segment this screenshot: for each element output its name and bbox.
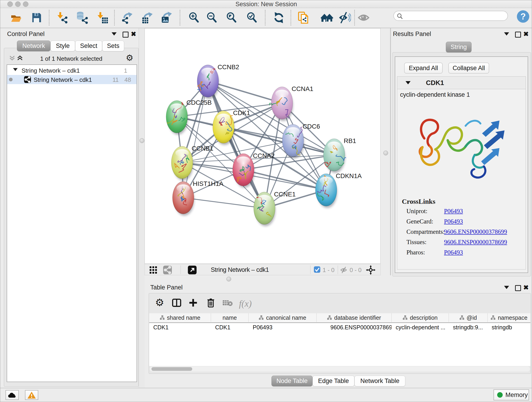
network-node-CCNB1[interactable]: CCNB1	[171, 145, 214, 181]
network-node-CCNE1[interactable]: CCNE1	[254, 191, 296, 226]
import-network-from-file-icon[interactable]	[56, 11, 69, 24]
crosslink-compartments-link[interactable]: 9606.ENSP00000378699	[444, 228, 507, 235]
tab-style[interactable]: Style	[51, 41, 75, 51]
network-edge-CCNB2-CCNA1[interactable]	[208, 81, 282, 103]
network-edge-CCNA2-CDKN1A[interactable]	[243, 170, 326, 190]
cell-name[interactable]: CDK1	[211, 323, 249, 332]
show-columns-icon[interactable]	[172, 298, 182, 308]
tree-row-collection[interactable]: String Network – cdk1 1	[7, 66, 137, 75]
hide-graphics-details-icon[interactable]	[338, 11, 351, 24]
create-column-icon[interactable]	[188, 298, 198, 308]
left-splitter[interactable]	[139, 28, 145, 388]
network-edge-HIST1H1A-CCNE1[interactable]	[183, 198, 264, 208]
crosslink-genecard-link[interactable]: P06493	[444, 218, 463, 225]
show-home-icon[interactable]	[321, 11, 333, 24]
export-table-icon[interactable]	[141, 11, 154, 24]
network-edge-CCNB2-CCNE1[interactable]	[208, 81, 264, 208]
table-panel-float-icon[interactable]	[515, 285, 521, 291]
cell-id[interactable]: stringdb:9...	[449, 323, 488, 332]
crosslink-pharos-link[interactable]: P06493	[444, 249, 463, 256]
detach-view-icon[interactable]	[188, 266, 196, 274]
network-canvas[interactable]: CCNB2CCNA1CDC25BCDK1CDC6RB1CCNB1CCNA2CDK…	[145, 28, 380, 264]
search-input[interactable]	[405, 12, 505, 19]
column-header[interactable]: @id	[449, 313, 488, 322]
help-icon[interactable]: ?	[517, 10, 529, 23]
tab-string[interactable]: String	[446, 42, 472, 52]
tab-network[interactable]: Network	[17, 41, 51, 51]
cell-database-identifier[interactable]: 9606.ENSP00000378699	[317, 323, 392, 332]
table-panel-close-icon[interactable]: ✖	[523, 285, 529, 290]
import-table-from-file-icon[interactable]	[96, 11, 109, 24]
tab-node-table[interactable]: Node Table	[272, 376, 312, 386]
horizontal-splitter-handle[interactable]	[226, 277, 231, 281]
control-panel-menu-icon[interactable]	[112, 32, 117, 36]
column-header[interactable]: canonical name	[249, 313, 317, 322]
export-image-icon[interactable]	[160, 11, 173, 24]
tab-network-table[interactable]: Network Table	[355, 376, 405, 386]
column-header[interactable]: shared name	[149, 313, 211, 322]
column-header[interactable]: namespace	[488, 313, 530, 322]
save-session-icon[interactable]	[30, 11, 43, 24]
delete-table-icon[interactable]	[222, 299, 233, 307]
network-node-CCNB2[interactable]: CCNB2	[197, 64, 239, 99]
birds-eye-view-icon[interactable]	[366, 265, 375, 275]
collapse-all-tree-icon[interactable]	[9, 55, 15, 61]
network-options-gear-icon[interactable]: ⚙	[126, 54, 133, 62]
cell-canonical-name[interactable]: P06493	[249, 323, 317, 332]
table-panel-menu-icon[interactable]	[504, 286, 509, 289]
zoom-selected-icon[interactable]	[245, 11, 258, 24]
control-panel-float-icon[interactable]	[123, 32, 128, 38]
selected-items-checkbox-icon[interactable]	[314, 266, 320, 273]
network-node-CDKN1A[interactable]: CDKN1A	[316, 172, 362, 208]
tree-expander-icon[interactable]	[13, 68, 18, 71]
cloud-services-button[interactable]	[6, 390, 19, 400]
show-graphics-details-icon[interactable]	[357, 11, 370, 24]
column-header[interactable]: description	[392, 313, 449, 322]
left-splitter-handle[interactable]	[139, 138, 144, 143]
refresh-view-icon[interactable]	[272, 11, 285, 24]
right-splitter-handle[interactable]	[383, 151, 388, 155]
crosslink-tissues-link[interactable]: 9606.ENSP00000378699	[444, 239, 507, 246]
table-row[interactable]: CDK1 CDK1 P06493 9606.ENSP00000378699 cy…	[149, 323, 530, 332]
tab-sets[interactable]: Sets	[102, 41, 124, 51]
function-builder-icon[interactable]: f(x)	[239, 298, 252, 309]
gene-card-header[interactable]: CDK1	[397, 77, 526, 89]
table-options-gear-icon[interactable]: ⚙	[155, 298, 164, 307]
crosslink-uniprot-link[interactable]: P06493	[444, 208, 463, 215]
table-horizontal-scrollbar[interactable]	[150, 366, 530, 371]
zoom-out-icon[interactable]	[205, 11, 218, 24]
results-panel-menu-icon[interactable]	[504, 32, 509, 36]
column-header[interactable]: name	[211, 313, 249, 322]
network-node-RB1[interactable]: RB1	[323, 137, 356, 173]
delete-column-icon[interactable]	[206, 298, 215, 308]
memory-button[interactable]: Memory	[494, 389, 529, 400]
cell-shared-name[interactable]: CDK1	[149, 323, 211, 332]
network-node-HIST1H1A[interactable]: HIST1H1A	[172, 180, 224, 216]
zoom-fit-content-icon[interactable]	[225, 11, 238, 24]
cell-namespace[interactable]: stringdb	[488, 323, 530, 332]
import-network-from-database-icon[interactable]	[76, 11, 89, 24]
open-file-icon[interactable]	[9, 11, 22, 24]
export-network-icon[interactable]	[121, 11, 134, 24]
clone-network-icon[interactable]	[297, 11, 310, 24]
warnings-button[interactable]	[25, 390, 38, 400]
zoom-in-icon[interactable]	[187, 11, 200, 24]
hidden-items-icon[interactable]	[340, 266, 348, 274]
column-header[interactable]: database identifier	[317, 313, 392, 322]
collapse-all-button[interactable]: Collapse All	[448, 63, 489, 74]
results-panel-close-icon[interactable]: ✖	[523, 32, 529, 37]
control-panel-close-icon[interactable]: ✖	[131, 32, 136, 37]
tree-row-network[interactable]: String Network – cdk1 11 48	[7, 75, 137, 84]
network-node-CCNA1[interactable]: CCNA1	[269, 85, 313, 121]
tab-edge-table[interactable]: Edge Table	[312, 376, 355, 386]
network-share-view-icon[interactable]	[163, 266, 172, 274]
collapse-section-icon[interactable]	[405, 81, 411, 84]
results-panel-float-icon[interactable]	[515, 32, 521, 38]
expand-all-button[interactable]: Expand All	[404, 63, 443, 74]
tab-select[interactable]: Select	[75, 41, 102, 51]
network-node-CDC6[interactable]: CDC6	[282, 123, 320, 159]
search-field[interactable]	[393, 11, 508, 21]
scrollbar-thumb[interactable]	[152, 367, 192, 371]
grid-view-icon[interactable]	[149, 266, 157, 274]
cell-description[interactable]: cyclin-dependent ...	[392, 323, 449, 332]
